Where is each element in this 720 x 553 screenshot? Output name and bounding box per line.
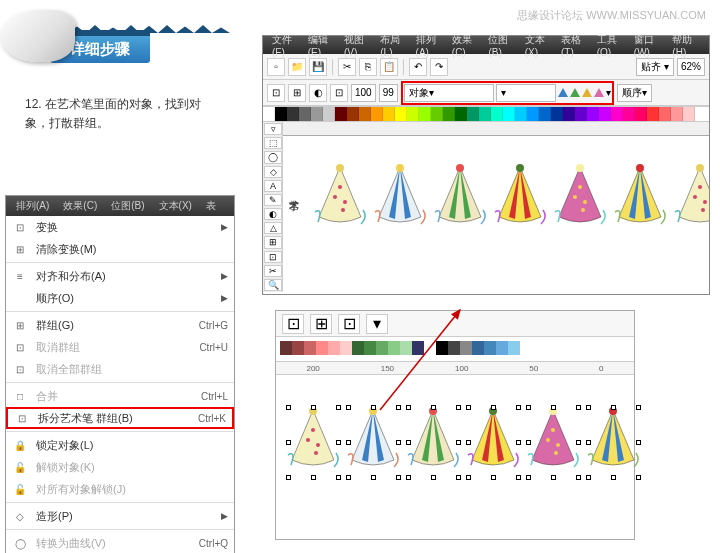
color-swatch[interactable]	[383, 107, 395, 121]
tool-button[interactable]: ⬚	[264, 137, 282, 149]
color-swatch[interactable]	[479, 107, 491, 121]
selection-handle[interactable]	[286, 405, 291, 410]
color-swatch[interactable]	[443, 107, 455, 121]
menu-edit[interactable]: 编辑(E)	[305, 33, 338, 58]
selection-handle[interactable]	[396, 475, 401, 480]
menu-bitmap[interactable]: 位图(B)	[485, 33, 518, 58]
party-hat-graphic[interactable]	[346, 405, 401, 480]
menu-file[interactable]: 文件(F)	[269, 33, 302, 58]
menu-view[interactable]: 视图(V)	[341, 33, 374, 58]
color-swatch[interactable]	[407, 107, 419, 121]
color-swatch[interactable]	[683, 107, 695, 121]
selection-handle[interactable]	[336, 405, 341, 410]
nav-next-button[interactable]: ⊡	[338, 314, 360, 334]
selection-handle[interactable]	[586, 475, 591, 480]
selection-handle[interactable]	[396, 405, 401, 410]
tool-btn-1[interactable]: ⊡	[267, 84, 285, 102]
color-swatch[interactable]	[503, 107, 515, 121]
triangle-yellow-icon[interactable]	[582, 88, 592, 97]
tab-arrange[interactable]: 排列(A)	[10, 197, 55, 215]
selection-handle[interactable]	[286, 475, 291, 480]
menu-window[interactable]: 窗口(W)	[631, 33, 666, 58]
style-dropdown[interactable]: ▾	[496, 84, 556, 102]
color-swatch[interactable]	[623, 107, 635, 121]
color-swatch[interactable]	[635, 107, 647, 121]
selection-handle[interactable]	[346, 405, 351, 410]
party-hat-graphic[interactable]	[466, 405, 521, 480]
selection-handle[interactable]	[336, 440, 341, 445]
open-button[interactable]: 📁	[288, 58, 306, 76]
selection-handle[interactable]	[346, 475, 351, 480]
color-swatch[interactable]	[436, 341, 448, 355]
menu-text[interactable]: 文本(X)	[522, 33, 555, 58]
color-swatch[interactable]	[263, 107, 275, 121]
nav-last-button[interactable]: ▾	[366, 314, 388, 334]
selection-handle[interactable]	[516, 440, 521, 445]
tool-button[interactable]: ◇	[264, 166, 282, 178]
color-swatch[interactable]	[448, 341, 460, 355]
tool-button[interactable]: ⊡	[264, 251, 282, 263]
tool-button[interactable]: 🔍	[264, 279, 282, 291]
color-swatch[interactable]	[371, 107, 383, 121]
selection-handle[interactable]	[456, 475, 461, 480]
nav-prev-button[interactable]: ⊞	[310, 314, 332, 334]
color-swatch[interactable]	[508, 341, 520, 355]
color-swatch[interactable]	[659, 107, 671, 121]
percent-2[interactable]: 99	[379, 84, 398, 102]
save-button[interactable]: 💾	[309, 58, 327, 76]
color-swatch[interactable]	[359, 107, 371, 121]
tool-button[interactable]: △	[264, 222, 282, 234]
redo-button[interactable]: ↷	[430, 58, 448, 76]
selection-handle[interactable]	[516, 475, 521, 480]
color-swatch[interactable]	[647, 107, 659, 121]
selection-handle[interactable]	[576, 475, 581, 480]
selection-handle[interactable]	[586, 405, 591, 410]
selection-handle[interactable]	[576, 405, 581, 410]
color-swatch[interactable]	[424, 341, 436, 355]
nav-first-button[interactable]: ⊡	[282, 314, 304, 334]
color-swatch[interactable]	[539, 107, 551, 121]
tool-button[interactable]: ▿	[264, 123, 282, 135]
color-swatch[interactable]	[395, 107, 407, 121]
color-swatch[interactable]	[496, 341, 508, 355]
color-swatch[interactable]	[316, 341, 328, 355]
cut-button[interactable]: ✂	[338, 58, 356, 76]
selection-handle[interactable]	[431, 475, 436, 480]
tool-button[interactable]: ⊞	[264, 236, 282, 248]
menu-item[interactable]: ⊞群组(G)Ctrl+G	[6, 314, 234, 336]
selection-handle[interactable]	[466, 475, 471, 480]
selection-handle[interactable]	[586, 440, 591, 445]
selection-handle[interactable]	[371, 475, 376, 480]
selection-handle[interactable]	[456, 405, 461, 410]
color-swatch[interactable]	[575, 107, 587, 121]
tool-button[interactable]: ◯	[264, 151, 282, 163]
selection-handle[interactable]	[466, 440, 471, 445]
menu-item[interactable]: ◇造形(P)▶	[6, 505, 234, 527]
selection-handle[interactable]	[526, 440, 531, 445]
triangle-pink-icon[interactable]	[594, 88, 604, 97]
selection-handle[interactable]	[551, 405, 556, 410]
selection-handle[interactable]	[346, 440, 351, 445]
color-swatch[interactable]	[299, 107, 311, 121]
color-swatch[interactable]	[472, 341, 484, 355]
color-swatch[interactable]	[340, 341, 352, 355]
color-swatch[interactable]	[419, 107, 431, 121]
selection-handle[interactable]	[611, 475, 616, 480]
new-button[interactable]: ▫	[267, 58, 285, 76]
paste-button[interactable]: 📋	[380, 58, 398, 76]
selection-handle[interactable]	[456, 440, 461, 445]
color-swatch[interactable]	[412, 341, 424, 355]
selection-handle[interactable]	[286, 440, 291, 445]
selection-handle[interactable]	[526, 475, 531, 480]
party-hat-graphic[interactable]	[286, 405, 341, 480]
color-swatch[interactable]	[527, 107, 539, 121]
party-hat-graphic[interactable]	[406, 405, 461, 480]
color-swatch[interactable]	[671, 107, 683, 121]
selection-handle[interactable]	[611, 405, 616, 410]
tool-button[interactable]: ✎	[264, 194, 282, 206]
color-swatch[interactable]	[599, 107, 611, 121]
tab-effect[interactable]: 效果(C)	[57, 197, 103, 215]
order-dropdown[interactable]: 顺序 ▾	[617, 84, 652, 102]
selection-handle[interactable]	[311, 475, 316, 480]
color-swatch[interactable]	[311, 107, 323, 121]
